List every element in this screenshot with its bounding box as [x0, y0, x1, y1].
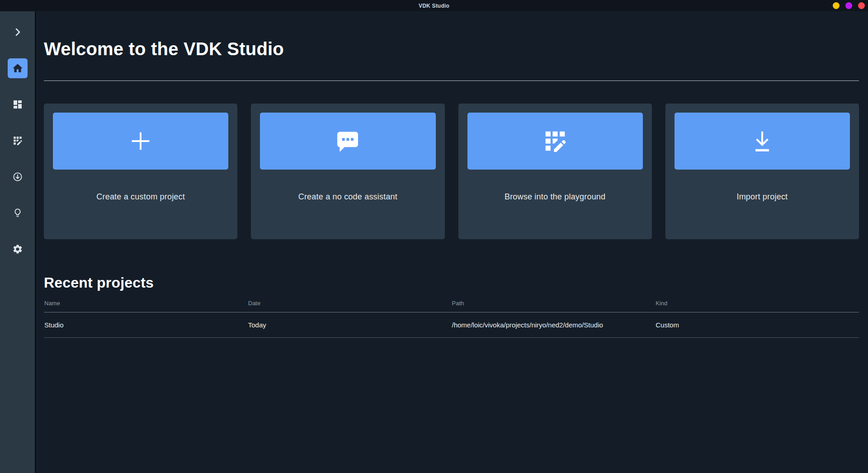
sidebar-item-playground[interactable]: [7, 130, 28, 151]
project-kind-cell[interactable]: Custom: [655, 312, 859, 338]
header-divider: [44, 80, 859, 81]
window-controls: [833, 0, 866, 11]
project-date-cell[interactable]: Today: [248, 312, 452, 338]
create-no-code-assistant-button[interactable]: [260, 113, 435, 170]
recent-projects-title: Recent projects: [44, 274, 859, 291]
card-browse-playground[interactable]: Browse into the playground: [458, 104, 652, 239]
chat-bubble-icon: [335, 128, 361, 154]
sidebar-item-downloads[interactable]: [7, 166, 28, 188]
minimize-button[interactable]: [833, 2, 840, 9]
download-icon: [749, 128, 775, 154]
chevron-right-icon: [12, 27, 23, 38]
home-icon: [8, 58, 28, 78]
recent-projects-table: Name Date Path Kind Studio Today /home/l…: [44, 300, 859, 338]
lightbulb-icon: [12, 208, 23, 218]
sidebar: [0, 11, 36, 473]
import-project-button[interactable]: [675, 113, 850, 170]
sidebar-item-dashboard[interactable]: [7, 94, 28, 115]
table-row[interactable]: Studio Today /home/loic/vivoka/projects/…: [44, 312, 859, 338]
column-header-path: Path: [452, 300, 656, 312]
column-header-date: Date: [248, 300, 452, 312]
card-label: Create a custom project: [53, 192, 228, 202]
window-title: VDK Studio: [419, 3, 449, 9]
grid-edit-icon: [542, 128, 568, 154]
page-title: Welcome to the VDK Studio: [44, 39, 859, 59]
card-create-no-code-assistant[interactable]: Create a no code assistant: [251, 104, 444, 239]
main-content: Welcome to the VDK Studio Create a custo…: [36, 11, 868, 473]
table-header-row: Name Date Path Kind: [44, 300, 859, 312]
sidebar-item-ideas[interactable]: [7, 202, 28, 224]
card-label: Browse into the playground: [467, 192, 643, 202]
app-window: Welcome to the VDK Studio Create a custo…: [0, 11, 868, 473]
column-header-kind: Kind: [655, 300, 859, 312]
plus-icon: [127, 128, 154, 154]
sidebar-expand-button[interactable]: [7, 21, 28, 43]
maximize-button[interactable]: [845, 2, 852, 9]
arrow-circle-down-icon: [12, 171, 23, 182]
dashboard-icon: [12, 99, 23, 110]
column-header-name: Name: [44, 300, 248, 312]
card-import-project[interactable]: Import project: [665, 104, 859, 239]
sidebar-item-settings[interactable]: [7, 238, 28, 260]
action-cards: Create a custom project Create a no: [44, 104, 859, 239]
create-custom-project-button[interactable]: [53, 113, 228, 170]
card-create-custom-project[interactable]: Create a custom project: [44, 104, 237, 239]
browse-playground-button[interactable]: [467, 113, 643, 170]
titlebar: VDK Studio: [0, 0, 868, 11]
grid-edit-icon: [12, 135, 23, 146]
card-label: Import project: [675, 192, 850, 202]
gear-icon: [12, 244, 23, 255]
project-name-cell[interactable]: Studio: [44, 312, 248, 338]
sidebar-item-home[interactable]: [7, 57, 28, 79]
project-path-cell[interactable]: /home/loic/vivoka/projects/niryo/ned2/de…: [452, 312, 656, 338]
card-label: Create a no code assistant: [260, 192, 435, 202]
close-button[interactable]: [858, 2, 865, 9]
